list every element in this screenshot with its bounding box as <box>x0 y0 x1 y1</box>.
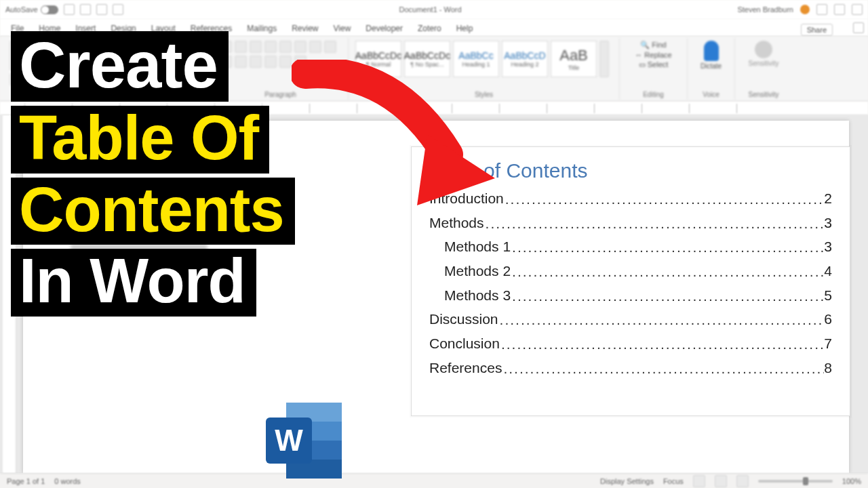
autosave-toggle[interactable]: AutoSave <box>5 5 58 14</box>
toc-entry-text: Introduction <box>429 186 504 211</box>
toc-leader <box>500 332 824 357</box>
window-maximize-icon[interactable] <box>834 4 845 15</box>
window-minimize-icon[interactable] <box>816 4 827 15</box>
document-title: Document1 - Word <box>123 5 738 14</box>
overlay-line-4: In Word <box>11 249 256 317</box>
style-heading2[interactable]: AaBbCcD Heading 2 <box>502 41 548 77</box>
toc-entry-text: Conclusion <box>429 331 500 356</box>
titlebar: AutoSave Document1 - Word Steven Bradbur… <box>0 0 868 19</box>
group-sensitivity: Sensitivity Sensitivity <box>735 38 792 100</box>
toc-entry[interactable]: Conclusion 7 <box>429 331 832 356</box>
toc-leader <box>502 357 824 381</box>
comments-icon[interactable] <box>853 22 864 33</box>
tab-developer[interactable]: Developer <box>366 21 403 36</box>
toc-entry-text: Methods 3 <box>444 283 511 308</box>
replace-button[interactable]: ↔ Replace <box>635 51 671 59</box>
toc-entry[interactable]: References 8 <box>429 356 832 380</box>
qat-new-icon[interactable] <box>113 4 123 15</box>
group-editing: 🔍 Find ↔ Replace ▭ Select Editing <box>620 38 688 100</box>
toc-leader <box>498 308 825 332</box>
toc-entry-text: Methods <box>429 211 484 235</box>
status-focus[interactable]: Focus <box>663 477 684 485</box>
show-marks-button[interactable] <box>309 41 321 53</box>
align-left-button[interactable] <box>324 41 336 53</box>
tab-review[interactable]: Review <box>292 21 318 36</box>
toc-entry-page: 3 <box>824 235 832 259</box>
zoom-slider[interactable] <box>758 480 833 483</box>
tab-zotero[interactable]: Zotero <box>418 21 441 36</box>
toc-entry-page: 2 <box>824 186 832 211</box>
toc-entry-page: 3 <box>824 211 832 235</box>
qat-save-icon[interactable] <box>64 4 75 15</box>
styles-more-button[interactable] <box>599 41 609 77</box>
sensitivity-icon[interactable] <box>755 41 772 58</box>
toc-entry-text: References <box>429 356 502 380</box>
word-icon-letter: W <box>275 424 303 458</box>
borders-button[interactable] <box>294 56 307 68</box>
statusbar: Page 1 of 1 0 words Display Settings Foc… <box>0 473 868 488</box>
qat-undo-icon[interactable] <box>80 4 91 15</box>
toc-entry-page: 4 <box>824 259 832 283</box>
status-words[interactable]: 0 words <box>54 477 81 485</box>
toc-leader <box>484 211 825 236</box>
tab-view[interactable]: View <box>334 21 351 36</box>
style-no-spacing[interactable]: AaBbCcDc ¶ No Spac... <box>404 41 450 77</box>
status-display-settings[interactable]: Display Settings <box>600 477 654 485</box>
sensitivity-button[interactable]: Sensitivity <box>748 60 778 67</box>
toc-heading: Table of Contents <box>429 159 832 182</box>
sort-button[interactable] <box>294 41 307 53</box>
toc-leader <box>511 235 824 260</box>
view-read-icon[interactable] <box>693 475 705 487</box>
group-styles: AaBbCcDc ¶ Normal AaBbCcDc ¶ No Spac... … <box>349 38 620 100</box>
overlay-line-2: Table Of <box>11 106 269 174</box>
overlay-line-3: Contents <box>11 178 295 245</box>
qat-redo-icon[interactable] <box>96 4 107 15</box>
status-page[interactable]: Page 1 of 1 <box>7 477 45 485</box>
window-close-icon[interactable] <box>852 4 863 15</box>
toc-entry-page: 5 <box>824 283 832 308</box>
toc-entry-page: 6 <box>824 307 832 331</box>
share-button[interactable]: Share <box>801 24 833 36</box>
toc-leader <box>511 284 824 308</box>
thumbnail-overlay: Create Table Of Contents In Word <box>11 31 295 321</box>
overlay-line-1: Create <box>11 31 229 102</box>
style-title[interactable]: AaB Title <box>551 41 597 77</box>
microphone-icon[interactable] <box>704 41 719 61</box>
avatar[interactable] <box>800 5 810 14</box>
toc-leader <box>511 260 824 284</box>
toc-entry-page: 8 <box>824 356 832 380</box>
word-app-icon: W <box>266 403 342 479</box>
toc-entry-page: 7 <box>824 331 832 356</box>
toc-entry[interactable]: Methods 3 5 <box>429 283 832 308</box>
find-button[interactable]: 🔍 Find <box>640 41 666 49</box>
toc-entry-text: Methods 1 <box>444 235 511 259</box>
select-button[interactable]: ▭ Select <box>639 60 669 69</box>
view-web-icon[interactable] <box>736 475 749 487</box>
autosave-label: AutoSave <box>5 5 38 14</box>
group-voice: Dictate Voice <box>688 38 735 100</box>
switch-icon[interactable] <box>41 5 58 14</box>
toc-leader <box>504 187 825 211</box>
user-name[interactable]: Steven Bradburn <box>737 5 793 14</box>
style-heading1[interactable]: AaBbCc Heading 1 <box>453 41 499 77</box>
status-zoom[interactable]: 100% <box>842 477 861 485</box>
view-print-icon[interactable] <box>715 475 727 487</box>
style-normal[interactable]: AaBbCcDc ¶ Normal <box>355 41 401 77</box>
toc-entry[interactable]: Introduction 2 <box>429 186 832 211</box>
toc-entry-text: Discussion <box>429 307 498 331</box>
toc-entry[interactable]: Methods 3 <box>429 211 832 235</box>
toc-entry[interactable]: Methods 2 4 <box>429 259 832 283</box>
toc-entry[interactable]: Methods 1 3 <box>429 235 832 259</box>
toc-entry[interactable]: Discussion 6 <box>429 307 832 331</box>
dictate-button[interactable]: Dictate <box>701 62 722 70</box>
tab-help[interactable]: Help <box>456 21 473 36</box>
toc-panel: Table of Contents Introduction 2 Methods… <box>411 146 850 416</box>
toc-entry-text: Methods 2 <box>444 259 511 283</box>
